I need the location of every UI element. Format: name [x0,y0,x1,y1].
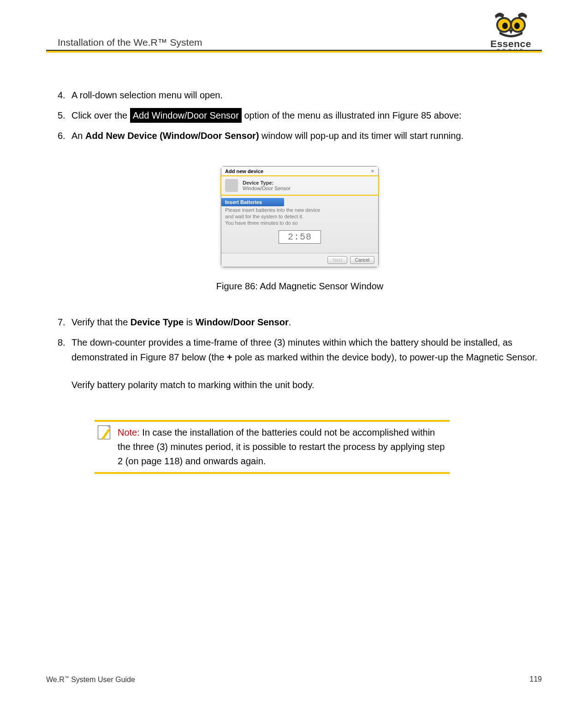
step-6: 6. An Add New Device (Window/Door Sensor… [58,128,542,143]
step-text: A roll-down selection menu will open. [71,88,542,102]
insert-batteries-tab: Insert Batteries [221,198,284,206]
page-header: Installation of the We.R™ System Essence… [0,0,588,51]
page-footer: We.R™ System User Guide 119 [46,675,542,684]
device-type-row: Device Type: Window/Door Sensor [221,176,378,195]
page-number: 119 [529,675,542,684]
step-text: Verify that the Device Type is Window/Do… [71,315,542,330]
step-text: Click over the Add Window/Door Sensor op… [71,108,542,123]
note-block: Note: In case the installation of the ba… [95,420,450,474]
next-button[interactable]: Next [327,256,347,264]
device-type-label: Device Type: [243,180,291,186]
dialog-body-line: Please insert batteries into the new dev… [225,207,374,213]
note-label: Note: [118,427,140,437]
note-bottom-rule [95,472,450,474]
sensor-icon [225,179,238,192]
device-type-value: Window/Door Sensor [243,186,291,191]
step-number: 5. [58,108,71,123]
step-5: 5. Click over the Add Window/Door Sensor… [58,108,542,123]
dialog-title: Add new device [225,168,263,174]
step-text: An Add New Device (Window/Door Sensor) w… [71,128,542,143]
brand-name: Essence [490,39,531,48]
step-number: 8. [58,335,71,392]
step-4: 4. A roll-down selection menu will open. [58,88,542,102]
dialog-body-line: You have three minutes to do so [225,220,374,226]
step-text: The down-counter provides a time-frame o… [71,335,542,392]
countdown-timer: 2:58 [279,230,321,244]
close-icon[interactable]: ✕ [371,169,374,174]
window-name: Add New Device (Window/Door Sensor) [85,131,259,141]
header-rule [46,50,542,53]
step-8: 8. The down-counter provides a time-fram… [58,335,542,392]
step-number: 7. [58,315,71,330]
step-number: 6. [58,128,71,143]
plus-symbol: + [227,352,232,362]
dialog-body-line: and wait for the system to detect it. [225,214,374,219]
owl-icon [490,11,532,39]
add-new-device-dialog: Add new device ✕ Device Type: Window/Doo… [221,166,379,267]
svg-point-5 [514,23,520,29]
footer-left: We.R™ System User Guide [46,675,135,684]
note-text: Note: In case the installation of the ba… [118,425,448,468]
brand-logo: Essence GROUP [480,11,542,54]
step-number: 4. [58,88,71,102]
note-icon [96,425,111,440]
figure-caption: Figure 86: Add Magnetic Sensor Window [58,281,542,292]
header-title: Installation of the We.R™ System [58,37,202,51]
cancel-button[interactable]: Cancel [350,256,374,264]
svg-point-4 [502,23,508,29]
menu-option-chip: Add Window/Door Sensor [130,108,242,123]
step-7: 7. Verify that the Device Type is Window… [58,315,542,330]
